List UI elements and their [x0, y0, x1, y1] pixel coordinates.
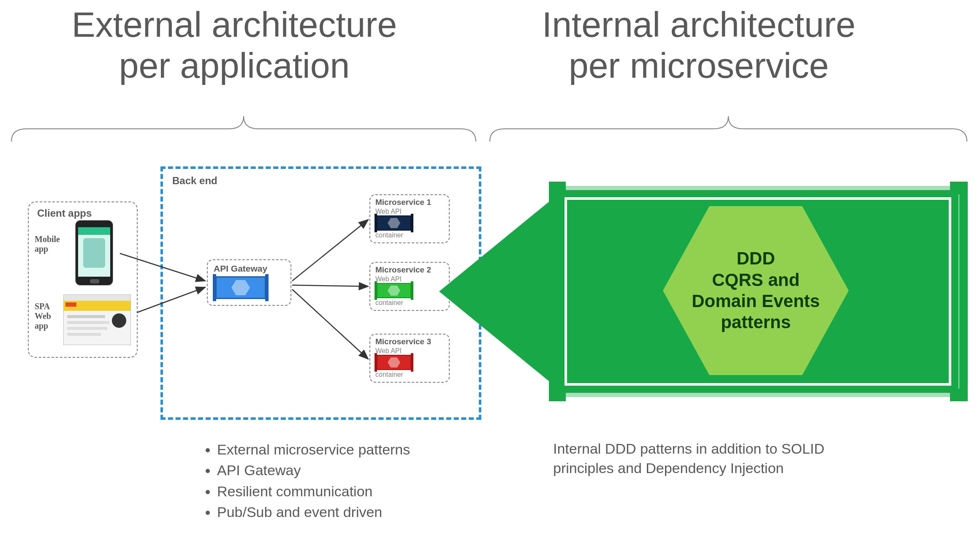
title-right-l1: Internal architecture	[542, 5, 855, 44]
bullet-2: Resilient communication	[217, 481, 473, 502]
bullets-left: External microservice patterns API Gatew…	[203, 439, 473, 523]
hex-l1: DDD	[736, 248, 775, 268]
bullet-3: Pub/Sub and event driven	[217, 502, 473, 523]
brace-right	[488, 110, 969, 144]
svg-line-2	[137, 287, 205, 313]
svg-marker-7	[439, 188, 566, 395]
title-right-l2: per microservice	[569, 46, 829, 85]
svg-rect-11	[549, 182, 557, 401]
right-desc: Internal DDD patterns in addition to SOL…	[553, 439, 832, 478]
title-right: Internal architecture per microservice	[498, 4, 899, 86]
svg-line-3	[292, 220, 368, 281]
svg-line-4	[292, 285, 368, 286]
hex-l2: CQRS and	[712, 270, 800, 290]
hex-l4: patterns	[721, 312, 791, 332]
svg-line-1	[120, 253, 205, 281]
hex-l3: Domain Events	[692, 291, 820, 311]
svg-rect-14	[959, 182, 968, 401]
bullet-0: External microservice patterns	[217, 439, 473, 460]
bullet-1: API Gateway	[217, 460, 473, 481]
svg-line-5	[292, 289, 368, 359]
hex-text: DDD CQRS and Domain Events patterns	[692, 248, 820, 333]
